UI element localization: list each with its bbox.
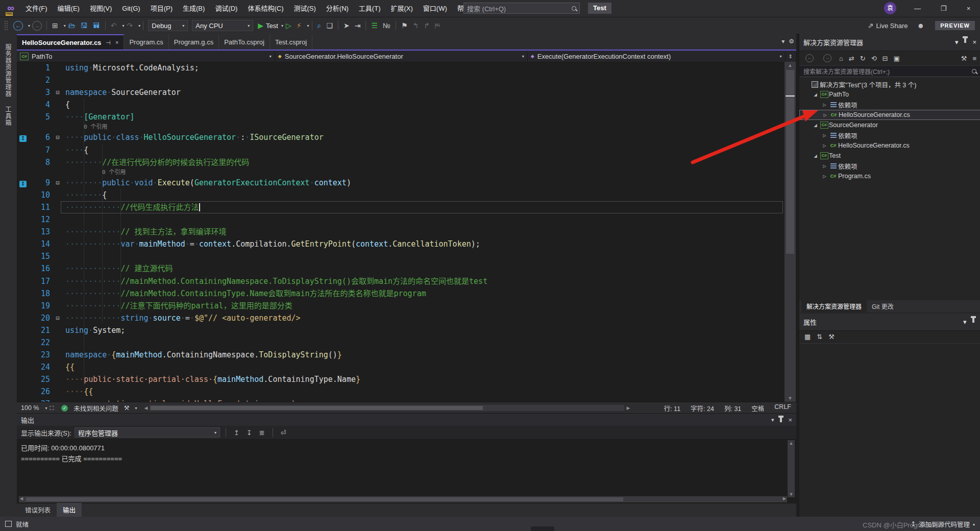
document-tab-1[interactable]: Program.cs (124, 34, 168, 50)
document-tab-0[interactable]: HelloSourceGenerator.cs⊤× (17, 34, 124, 50)
run-target-label[interactable]: Test (266, 22, 278, 30)
bookmark-icon[interactable]: ⚑ (401, 17, 408, 34)
open-file-icon[interactable]: 🗁 (68, 17, 76, 34)
code-line-7[interactable]: 7····{ (17, 144, 785, 156)
server-explorer-vertical-tab[interactable]: 服务器资源管理器 (4, 44, 12, 97)
zoom-dropdown[interactable]: 100 % (21, 404, 39, 412)
sync-icon[interactable]: ↻ (860, 55, 866, 62)
search-icon[interactable] (972, 69, 976, 74)
clear-bookmarks-icon[interactable]: ⛿ (435, 17, 440, 34)
expand-icon[interactable]: ▷ (821, 133, 828, 138)
expand-icon[interactable]: ▷ (821, 113, 829, 117)
tree-item-SourceGenerator[interactable]: ◢C#SourceGenerator (799, 120, 980, 130)
search-input[interactable]: 搜索 (Ctrl+Q) (463, 3, 580, 14)
code-editor[interactable]: 1using·Microsoft.CodeAnalysis;23⊟namespa… (17, 62, 785, 402)
close-icon[interactable]: × (788, 416, 792, 424)
menu-item-3[interactable]: Git(G) (117, 0, 145, 17)
chevron-down-icon[interactable]: ▾ (963, 318, 967, 326)
start-without-debug-icon[interactable]: ▷ (286, 17, 291, 34)
code-line-14[interactable]: 14············var·mainMethod·=·context.C… (17, 238, 785, 250)
health-check-icon[interactable]: ✓ (61, 405, 68, 412)
fit-icon[interactable]: ⛶ (50, 402, 54, 414)
code-line-23[interactable]: 23namespace·{mainMethod.ContainingNamesp… (17, 349, 785, 361)
close-icon[interactable]: × (115, 35, 118, 50)
scroll-up-icon[interactable]: ▲ (785, 63, 796, 68)
feedback-icon[interactable]: ☻ (917, 17, 925, 34)
output-panel-header[interactable]: 输出 ▾ × (17, 414, 796, 426)
collapse-all-icon[interactable]: ⊟ (883, 55, 888, 62)
expand-icon[interactable]: ▷ (821, 174, 828, 179)
avatar[interactable]: 袁 (884, 2, 896, 14)
alphabetical-icon[interactable]: ⇅ (817, 333, 822, 341)
solution-config-dropdown[interactable]: Debug▾ (148, 20, 188, 31)
output-source-dropdown[interactable]: 程序包管理器▾ (75, 427, 220, 438)
show-all-files-icon[interactable]: ▣ (893, 55, 899, 62)
maximize-button[interactable]: ❐ (932, 0, 955, 17)
code-line-25[interactable]: 25····public·static·partial·class·{mainM… (17, 373, 785, 385)
start-debug-icon[interactable]: ▶ (258, 17, 263, 34)
margin-indicator-icon[interactable]: I (19, 181, 27, 187)
tree-item--Test-3-3-[interactable]: 解决方案"Test"(3 个项目，共 3 个) (799, 79, 980, 89)
output-horizontal-scrollbar[interactable]: ◀ ▶ (19, 496, 787, 502)
new-project-icon[interactable]: ⊞ (52, 17, 58, 34)
col-indicator[interactable]: 列: 31 (724, 403, 741, 413)
pin-icon[interactable] (780, 418, 782, 422)
menu-item-8[interactable]: 测试(S) (288, 0, 321, 17)
solution-platform-dropdown[interactable]: Any CPU▾ (192, 20, 253, 31)
code-line-4[interactable]: 4{ (17, 99, 785, 111)
code-line-15[interactable]: 15 (17, 250, 785, 262)
eol-indicator[interactable]: CRLF (774, 403, 791, 413)
scrollbar-thumb[interactable] (786, 70, 794, 254)
code-line-1[interactable]: 1using·Microsoft.CodeAnalysis; (17, 62, 785, 74)
goto-prev-message-icon[interactable]: ↥ (234, 429, 239, 437)
wrench-icon[interactable]: ⚒ (961, 55, 967, 62)
minimize-button[interactable]: — (906, 0, 929, 17)
code-line-27[interactable]: 27········static·partial·void·HelloFrom(… (17, 398, 785, 402)
tree-item-HelloSourceGenerator.cs[interactable]: ▷C#HelloSourceGenerator.cs (799, 140, 980, 151)
properties-header[interactable]: 属性 ▾ × (799, 313, 980, 331)
explorer-tab-1[interactable]: Git 更改 (867, 300, 899, 312)
forward-icon[interactable]: → (823, 54, 831, 62)
chevron-down-icon[interactable]: ▾ (955, 38, 959, 46)
line-number-icon[interactable]: № (383, 17, 390, 34)
bottom-tab-1[interactable]: 输出 (57, 503, 82, 517)
char-indicator[interactable]: 字符: 24 (691, 403, 714, 413)
line-indicator[interactable]: 行: 11 (664, 403, 680, 413)
context-test-button[interactable]: Test (588, 3, 611, 14)
code-line-11[interactable]: 11············//代码生成执行此方法 (17, 201, 785, 213)
breadcrumb-type-dropdown[interactable]: ◆ SourceGenerator.HelloSourceGenerator ▾ (275, 51, 528, 62)
code-line-20[interactable]: 20⊟············string·source·=·$@"// <au… (17, 312, 785, 324)
live-share-label[interactable]: Live Share (876, 22, 908, 30)
home-icon[interactable]: ⌂ (839, 55, 843, 62)
word-wrap-icon[interactable]: ⏎ (281, 429, 286, 437)
code-line-16[interactable]: 16············// 建立源代码 (17, 262, 785, 275)
chevron-down-icon[interactable]: ▾ (771, 417, 774, 423)
pin-icon[interactable]: ⊤ (101, 40, 116, 45)
next-bookmark-icon[interactable]: ↱ (424, 17, 430, 34)
menu-item-4[interactable]: 项目(P) (145, 0, 178, 17)
document-tab-3[interactable]: PathTo.csproj (219, 34, 270, 50)
expand-icon[interactable]: ▷ (821, 164, 828, 168)
cursor-icon[interactable]: ➤ (344, 17, 350, 34)
code-line-13[interactable]: 13············// 找到主方法，拿到编译环境 (17, 226, 785, 238)
navigate-forward-icon[interactable]: → (32, 21, 42, 31)
window-list-icon[interactable]: ▾ (781, 38, 785, 45)
tree-item-Program.cs[interactable]: ▷C#Program.cs (799, 171, 980, 181)
output-vertical-scrollbar[interactable]: ▲ ▼ (788, 440, 795, 497)
margin-indicator-icon[interactable]: I (19, 135, 27, 142)
solution-explorer-search[interactable]: 搜索解决方案资源管理器(Ctrl+;) (799, 66, 980, 77)
navigate-back-icon[interactable]: ← (13, 21, 23, 31)
pin-icon[interactable] (964, 38, 966, 43)
clear-all-icon[interactable]: ≣ (259, 429, 265, 437)
search-icon[interactable] (572, 6, 576, 11)
tree-item-PathTo[interactable]: ◢C#PathTo (799, 89, 980, 100)
tree-item--[interactable]: ▷依赖项 (799, 130, 980, 140)
chevron-up-icon[interactable]: ▴ (973, 522, 975, 526)
goto-next-message-icon[interactable]: ↧ (247, 429, 252, 437)
menu-item-9[interactable]: 分析(N) (321, 0, 354, 17)
code-line-6[interactable]: I6⊟····public·class·HelloSourceGenerator… (17, 131, 785, 143)
save-icon[interactable]: 🖫 (81, 17, 88, 34)
code-line-8[interactable]: 8········//在进行代码分析的时候会执行这里的代码 (17, 156, 785, 168)
menu-item-0[interactable]: 文件(F) (20, 0, 53, 17)
output-content[interactable]: 已用时间: 00:00:00.0800771========== 已完成 ===… (17, 440, 796, 464)
